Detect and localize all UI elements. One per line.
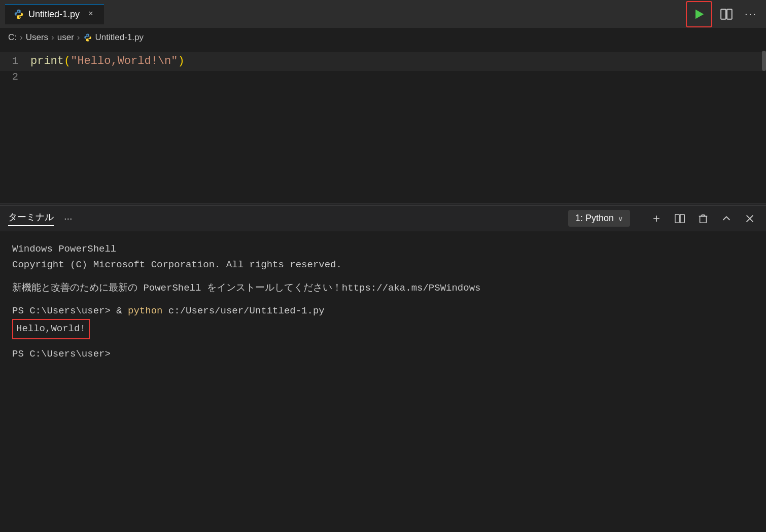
terminal-dropdown[interactable]: 1: Python ∨ (568, 210, 630, 227)
svg-rect-4 (680, 214, 684, 223)
breadcrumb-c[interactable]: C: (8, 32, 17, 43)
breadcrumb: C: › Users › user › Untitled-1.py (0, 28, 766, 47)
terminal-area: ターミナル ··· 1: Python ∨ + (0, 206, 766, 532)
split-editor-button[interactable] (716, 4, 737, 24)
terminal-more-button[interactable]: ··· (64, 212, 73, 224)
breadcrumb-user[interactable]: user (57, 32, 74, 43)
terminal-header: ターミナル ··· 1: Python ∨ + (0, 206, 766, 231)
editor-area: Untitled-1.py × (0, 0, 766, 203)
terminal-gap-2 (12, 296, 754, 303)
terminal-toolbar-icons: + (648, 210, 758, 227)
terminal-content[interactable]: Windows PowerShell Copyright (C) Microso… (0, 231, 766, 532)
terminal-tab-label: ターミナル (8, 211, 54, 225)
chevron-down-icon: ∨ (618, 215, 623, 223)
terminal-python-keyword: python (128, 305, 162, 316)
terminal-gap-3 (12, 339, 754, 346)
more-options-button[interactable]: ··· (741, 4, 761, 24)
breadcrumb-filename[interactable]: Untitled-1.py (95, 32, 144, 43)
svg-marker-0 (695, 9, 704, 19)
code-line-2[interactable]: 2 (0, 71, 766, 90)
svg-rect-2 (727, 9, 732, 19)
terminal-ps-prompt: PS C:\Users\user> & (12, 305, 128, 316)
line-number-2: 2 (0, 71, 30, 83)
terminal-gap-1 (12, 273, 754, 280)
play-icon (692, 7, 706, 21)
code-content-1: print("Hello,World!\n") (30, 52, 185, 71)
tab-title: Untitled-1.py (28, 9, 80, 20)
code-line-1[interactable]: 1 print("Hello,World!\n") (0, 52, 766, 71)
close-icon (744, 213, 755, 224)
svg-rect-1 (721, 9, 726, 19)
terminal-powershell-line4: 新機能と改善のために最新の PowerShell をインストールしてください！h… (12, 280, 754, 296)
split-icon (720, 8, 733, 21)
terminal-split-button[interactable] (672, 210, 688, 227)
code-paren-open: ( (64, 55, 71, 67)
terminal-powershell-line1: Windows PowerShell (12, 241, 754, 257)
python-tab-icon (13, 9, 24, 20)
toolbar-right: ··· (686, 1, 761, 27)
editor-scrollbar[interactable] (762, 51, 766, 71)
svg-rect-5 (700, 216, 707, 223)
terminal-ps-prompt2: PS C:\Users\user> (12, 346, 754, 362)
terminal-tab-underline (8, 225, 54, 226)
split-terminal-icon (674, 213, 685, 224)
terminal-output-highlighted: Hello,World! (12, 319, 90, 339)
terminal-kill-button[interactable] (695, 210, 711, 227)
terminal-output-line: Hello,World! (12, 319, 754, 339)
breadcrumb-python-icon (83, 33, 92, 42)
terminal-ps-cmd-path: c:/Users/user/Untitled-1.py (162, 305, 324, 316)
code-string: "Hello,World!\n" (71, 55, 178, 67)
trash-icon (698, 213, 709, 224)
breadcrumb-users[interactable]: Users (26, 32, 48, 43)
terminal-add-button[interactable]: + (648, 210, 665, 227)
terminal-close-button[interactable] (742, 210, 758, 227)
code-keyword-print: print (30, 55, 64, 67)
terminal-ps-command: PS C:\Users\user> & python c:/Users/user… (12, 303, 754, 319)
editor-tab[interactable]: Untitled-1.py × (5, 4, 104, 24)
code-paren-close: ) (178, 55, 184, 67)
terminal-tab[interactable]: ターミナル (8, 211, 54, 226)
terminal-maximize-button[interactable] (718, 210, 735, 227)
chevron-up-icon (721, 213, 732, 224)
code-area[interactable]: 1 print("Hello,World!\n") 2 (0, 47, 766, 203)
terminal-dropdown-label: 1: Python (575, 213, 614, 224)
plus-icon: + (653, 211, 660, 226)
line-number-1: 1 (0, 55, 30, 67)
tab-close-button[interactable]: × (86, 9, 96, 19)
tab-bar: Untitled-1.py × (0, 0, 766, 28)
run-button[interactable] (686, 1, 712, 27)
breadcrumb-path: C: › Users › user › Untitled-1.py (8, 32, 144, 43)
terminal-powershell-line2: Copyright (C) Microsoft Corporation. All… (12, 257, 754, 273)
svg-rect-3 (675, 214, 679, 223)
